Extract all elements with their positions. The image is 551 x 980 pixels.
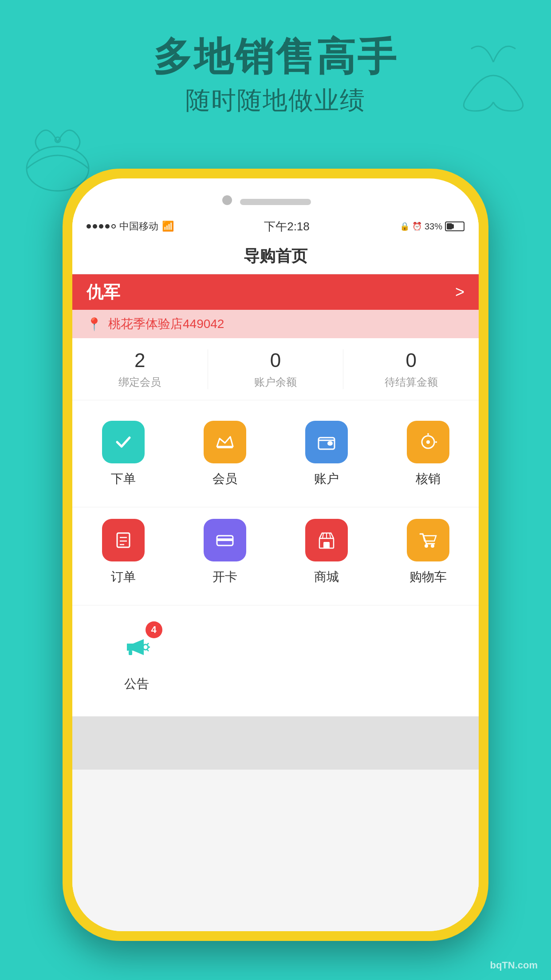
status-right: 🔒 ⏰ 33% <box>400 221 464 232</box>
stats-row: 2 绑定会员 0 账户余额 0 待结算金额 <box>72 338 479 400</box>
verify-label: 核销 <box>416 470 441 487</box>
menu-item-account[interactable]: 账户 <box>276 414 377 498</box>
shop-icon <box>315 529 338 552</box>
phone-outer: 中国移动 📶 下午2:18 🔒 ⏰ 33% <box>63 169 488 941</box>
svg-point-11 <box>426 440 430 444</box>
signal-dot-5 <box>111 224 116 229</box>
time-display: 下午2:18 <box>264 219 310 234</box>
menu-item-cart[interactable]: 购物车 <box>377 512 479 596</box>
stat-label-0: 绑定会员 <box>118 375 161 389</box>
shop-label: 商城 <box>314 569 339 585</box>
hero-title: 多地销售高手 <box>0 36 551 79</box>
announce-badge: 4 <box>146 621 162 638</box>
menu-item-announce[interactable]: 4 公告 <box>90 619 183 703</box>
status-left: 中国移动 📶 <box>87 220 174 233</box>
stat-pending-amount[interactable]: 0 待结算金额 <box>343 349 479 389</box>
svg-rect-26 <box>417 529 440 552</box>
red-banner[interactable]: 仇军 > <box>72 274 479 310</box>
cart-icon <box>417 529 440 552</box>
announce-row: 4 公告 <box>72 605 479 716</box>
alarm-icon: ⏰ <box>412 221 422 231</box>
battery-percent: 33% <box>425 221 442 232</box>
account-label: 账户 <box>314 470 339 487</box>
stat-num-0: 2 <box>134 349 145 371</box>
hero-subtitle: 随时随地做业绩 <box>0 84 551 118</box>
menu-item-verify[interactable]: 核销 <box>377 414 479 498</box>
icon-grid-row2: 订单 开卡 <box>72 507 479 605</box>
verify-icon <box>417 431 440 454</box>
svg-rect-4 <box>217 447 233 448</box>
menu-item-order[interactable]: 下单 <box>72 414 174 498</box>
svg-rect-2 <box>112 431 135 454</box>
signal-dot-3 <box>99 224 103 229</box>
order-icon-box <box>102 421 145 463</box>
member-icon-box <box>204 421 246 463</box>
svg-rect-25 <box>323 542 330 548</box>
status-bar: 中国移动 📶 下午2:18 🔒 ⏰ 33% <box>72 214 479 239</box>
svg-rect-21 <box>217 538 233 541</box>
location-text: 桃花季体验店449042 <box>108 316 224 332</box>
phone-inner: 中国移动 📶 下午2:18 🔒 ⏰ 33% <box>72 178 479 931</box>
screen: 中国移动 📶 下午2:18 🔒 ⏰ 33% <box>72 214 479 931</box>
verify-icon-box <box>407 421 449 463</box>
card-icon-box <box>204 519 246 561</box>
phone-camera <box>222 195 232 205</box>
nav-title: 导购首页 <box>244 245 307 267</box>
nav-bar: 导购首页 <box>72 239 479 274</box>
stat-label-2: 待结算金额 <box>385 375 438 389</box>
arrow-icon: > <box>455 283 464 301</box>
shop-icon-box <box>305 519 348 561</box>
icon-grid-row1: 下单 会员 <box>72 400 479 507</box>
battery-tip <box>452 224 454 229</box>
carrier-label: 中国移动 <box>119 220 158 233</box>
watermark: bqTN.com <box>490 960 538 971</box>
orders-icon <box>112 529 135 552</box>
location-bar[interactable]: 📍 桃花季体验店449042 <box>72 310 479 338</box>
menu-item-orders[interactable]: 订单 <box>72 512 174 596</box>
user-name: 仇军 <box>87 281 120 304</box>
signal-dot-4 <box>105 224 110 229</box>
menu-item-card[interactable]: 开卡 <box>174 512 276 596</box>
phone-frame: 中国移动 📶 下午2:18 🔒 ⏰ 33% <box>63 169 488 941</box>
location-icon: 📍 <box>87 317 102 332</box>
announce-label: 公告 <box>124 676 149 692</box>
signal-dot-1 <box>87 224 91 229</box>
hero-section: 多地销售高手 随时随地做业绩 <box>0 36 551 118</box>
announce-icon-wrap: 4 <box>115 626 158 668</box>
order-label: 下单 <box>111 470 136 487</box>
cart-label: 购物车 <box>409 569 447 585</box>
stat-account-balance[interactable]: 0 账户余额 <box>208 349 343 389</box>
card-icon <box>213 529 236 552</box>
phone-speaker <box>240 199 311 205</box>
gray-area <box>72 716 479 770</box>
svg-marker-30 <box>127 644 133 651</box>
stat-num-1: 0 <box>270 349 281 371</box>
card-label: 开卡 <box>213 569 237 585</box>
orders-icon-box <box>102 519 145 561</box>
checkmark-icon <box>112 431 135 454</box>
svg-rect-35 <box>129 651 132 655</box>
account-icon-box <box>305 421 348 463</box>
signal-dot-2 <box>93 224 97 229</box>
menu-item-member[interactable]: 会员 <box>174 414 276 498</box>
svg-point-28 <box>431 544 434 548</box>
megaphone-icon <box>121 631 153 663</box>
svg-rect-14 <box>112 529 135 552</box>
signal-dots <box>87 224 116 229</box>
crown-icon <box>213 431 236 454</box>
stat-num-2: 0 <box>405 349 416 371</box>
svg-point-27 <box>425 544 428 548</box>
svg-rect-7 <box>327 441 333 446</box>
stat-label-1: 账户余额 <box>254 375 297 389</box>
battery-bar <box>445 221 464 231</box>
cart-icon-box <box>407 519 449 561</box>
wifi-icon: 📶 <box>162 221 174 232</box>
menu-item-shop[interactable]: 商城 <box>276 512 377 596</box>
battery-fill <box>447 223 452 229</box>
member-label: 会员 <box>213 470 237 487</box>
lock-icon: 🔒 <box>400 221 409 231</box>
wallet-icon <box>315 431 338 454</box>
orders-label: 订单 <box>111 569 136 585</box>
stat-bound-members[interactable]: 2 绑定会员 <box>72 349 208 389</box>
